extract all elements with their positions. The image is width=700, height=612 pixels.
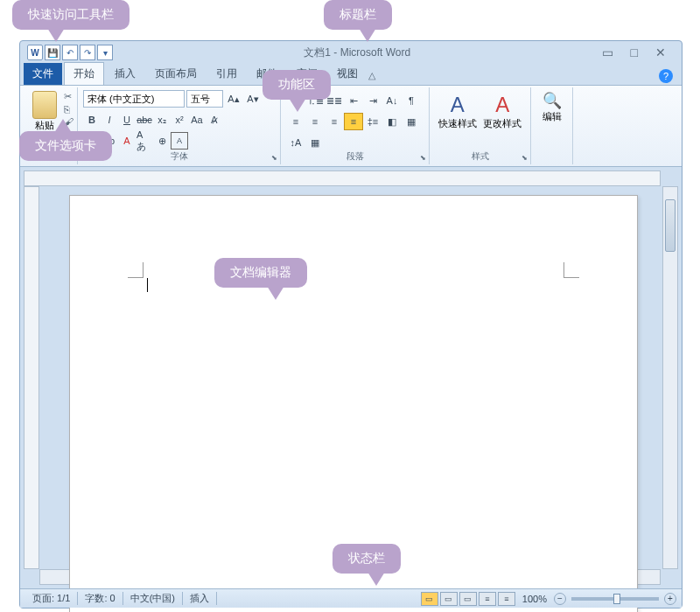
word-icon: W [27,45,43,60]
tab-reference[interactable]: 引用 [207,63,246,85]
close-icon[interactable]: ✕ [655,45,666,59]
callout-qat: 快速访问工具栏 [12,0,130,30]
horizontal-ruler[interactable] [24,170,661,186]
status-words[interactable]: 字数: 0 [78,592,122,605]
superscript-button[interactable]: x² [171,111,188,129]
margin-mark-tl [128,262,144,278]
statusbar: 页面: 1/1 字数: 0 中文(中国) 插入 ▭ ▭ ▭ ≡ ≡ 100% −… [20,588,682,608]
line-spacing-icon[interactable]: ‡≡ [363,113,382,130]
view-outline-icon[interactable]: ≡ [479,592,496,606]
callout-ribbon: 功能区 [262,70,331,100]
paragraph-launcher-icon[interactable]: ⬊ [420,154,426,162]
styles-launcher-icon[interactable]: ⬊ [522,154,528,162]
shrink-font-icon[interactable]: A▾ [244,90,262,108]
margin-mark-tr [564,262,579,278]
strike-button[interactable]: abc [136,111,153,129]
view-print-layout-icon[interactable]: ▭ [421,592,438,606]
titlebar: W 💾 ↶ ↷ ▾ 文档1 - Microsoft Word ▭ □ ✕ [20,41,682,64]
callout-filetab: 文件选项卡 [19,131,112,161]
view-draft-icon[interactable]: ≡ [498,592,515,606]
document-area [24,170,678,585]
quick-access-toolbar: W 💾 ↶ ↷ ▾ [24,45,113,60]
status-language[interactable]: 中文(中国) [123,592,183,605]
font-family-select[interactable]: 宋体 (中文正文) [83,90,185,108]
callout-statusbar: 状态栏 [332,544,401,574]
redo-icon[interactable]: ↷ [80,45,95,60]
window-title: 文档1 - Microsoft Word [113,45,602,60]
maximize-icon[interactable]: □ [631,45,638,59]
decrease-indent-icon[interactable]: ⇤ [344,92,363,109]
snap-grid-icon[interactable]: ▦ [305,134,325,151]
font-color-icon[interactable]: A [118,132,136,150]
increase-indent-icon[interactable]: ⇥ [363,92,382,109]
align-right-icon[interactable]: ≡ [325,113,344,130]
change-case-button[interactable]: Aa [188,111,206,129]
grow-font-icon[interactable]: A▴ [225,90,242,108]
zoom-in-button[interactable]: + [664,593,676,605]
zoom-thumb[interactable] [613,594,620,604]
quick-styles-icon: A [435,93,480,117]
font-size-select[interactable]: 五号 [186,90,223,108]
show-marks-icon[interactable]: ¶ [402,92,421,109]
minimize-ribbon-icon[interactable]: △ [368,70,375,81]
save-icon[interactable]: 💾 [45,45,60,60]
tab-insert[interactable]: 插入 [106,63,144,85]
group-label-styles: 样式 [430,150,530,163]
enclose-icon[interactable]: ⊕ [153,132,171,150]
zoom-slider[interactable] [571,597,659,601]
borders-icon[interactable]: ▦ [402,113,421,130]
group-editing: 🔍 编辑 [531,87,573,164]
group-styles: A 快速样式 A 更改样式 样式 ⬊ [430,87,531,164]
callout-titlebar: 标题栏 [324,0,392,30]
underline-button[interactable]: U [118,111,136,129]
tab-home[interactable]: 开始 [64,62,104,85]
qat-menu-icon[interactable]: ▾ [97,45,113,60]
subscript-button[interactable]: x₂ [153,111,171,129]
align-justify-icon[interactable]: ≡ [344,113,363,130]
phonetic-icon[interactable]: Aあ [136,132,153,150]
align-center-icon[interactable]: ≡ [305,113,325,130]
vertical-scrollbar[interactable] [662,186,678,569]
sort-icon[interactable]: A↓ [382,92,402,109]
word-window: W 💾 ↶ ↷ ▾ 文档1 - Microsoft Word ▭ □ ✕ 文件 … [19,40,682,609]
find-icon[interactable]: 🔍 [536,91,567,110]
help-icon[interactable]: ? [659,69,673,83]
tab-layout[interactable]: 页面布局 [146,63,206,85]
copy-icon[interactable]: ⎘ [64,104,74,115]
ribbon-tabs: 文件 开始 插入 页面布局 引用 邮件 审阅 视图 △ ? [20,64,682,85]
callout-editor: 文档编辑器 [214,258,307,288]
bold-button[interactable]: B [83,111,101,129]
vertical-ruler[interactable] [24,186,39,569]
scroll-thumb[interactable] [665,199,676,252]
cut-icon[interactable]: ✂ [64,91,74,102]
shading-icon[interactable]: ◧ [382,113,402,130]
italic-button[interactable]: I [101,111,118,129]
zoom-out-button[interactable]: − [554,593,566,605]
border-icon[interactable]: A [171,132,188,150]
align-left-icon[interactable]: ≡ [286,113,305,130]
group-label-editing: 编辑 [536,110,567,123]
change-styles-icon: A [480,93,526,117]
text-direction-icon[interactable]: ↕A [286,134,305,151]
view-web-icon[interactable]: ▭ [459,592,477,606]
text-cursor [147,278,148,292]
clear-formatting-icon[interactable]: A̷ [206,111,223,129]
zoom-level[interactable]: 100% [517,594,552,604]
paste-icon [32,91,57,119]
ribbon: 粘贴 ✂ ⎘ 🖌 剪贴板 ⬊ 宋体 (中文正文) 五号 A▴ A▾ B I U … [20,85,682,167]
status-insert-mode[interactable]: 插入 [183,592,217,605]
minimize-icon[interactable]: ▭ [602,45,613,59]
tab-file[interactable]: 文件 [24,63,62,85]
undo-icon[interactable]: ↶ [62,45,78,60]
status-page[interactable]: 页面: 1/1 [25,592,78,605]
view-fullscreen-icon[interactable]: ▭ [440,592,458,606]
group-label-paragraph: 段落 [281,150,429,163]
tab-view[interactable]: 视图 [328,63,367,85]
font-launcher-icon[interactable]: ⬊ [271,154,277,162]
